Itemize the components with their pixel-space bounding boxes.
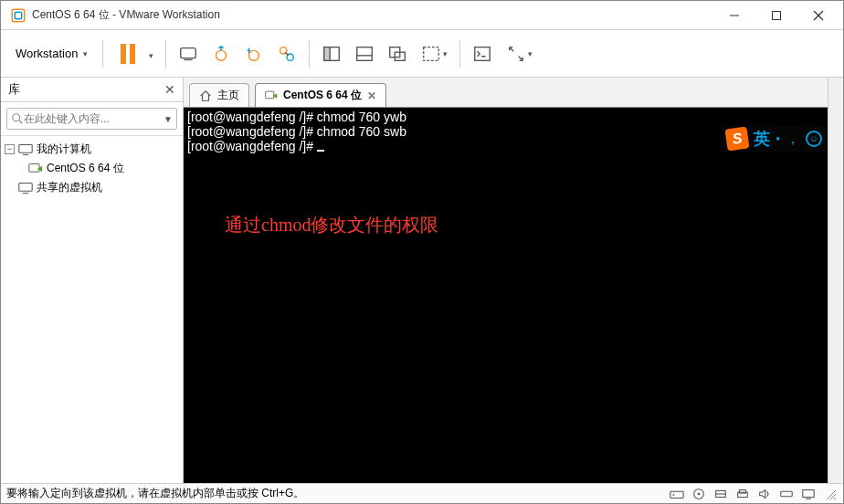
monitor-icon <box>18 143 33 156</box>
svg-line-22 <box>19 121 23 124</box>
toolbar-divider <box>165 40 166 68</box>
tab-home[interactable]: 主页 <box>189 83 249 107</box>
main-panel: 主页 CentOS 6 64 位 ✕ [root@wangdefeng /]# … <box>184 78 828 483</box>
svg-rect-6 <box>181 47 196 58</box>
content-area: 库 ✕ ▼ − 我的计算机 CentOS 6 64 位 共享的 <box>1 78 843 483</box>
device-tray <box>670 488 838 500</box>
terminal-line: [root@wangdefeng /]# chmod 760 ywb <box>187 110 824 124</box>
search-icon <box>11 112 24 125</box>
svg-point-34 <box>698 492 701 495</box>
svg-rect-14 <box>324 47 330 60</box>
tab-centos[interactable]: CentOS 6 64 位 ✕ <box>255 83 386 107</box>
sogou-icon[interactable]: S <box>725 126 750 151</box>
svg-point-32 <box>673 494 675 496</box>
sound-icon[interactable] <box>757 488 772 500</box>
cd-icon[interactable] <box>691 488 706 500</box>
library-header: 库 ✕ <box>1 78 183 102</box>
vm-running-icon <box>28 163 43 175</box>
terminal-view[interactable]: [root@wangdefeng /]# chmod 760 ywb [root… <box>184 107 828 483</box>
network-icon[interactable] <box>713 488 728 500</box>
svg-rect-1 <box>15 12 22 19</box>
view-single-button[interactable] <box>315 37 348 70</box>
library-tree: − 我的计算机 CentOS 6 64 位 共享的虚拟机 <box>1 136 183 201</box>
annotation-text: 通过chmod修改文件的权限 <box>225 217 438 232</box>
tree-label: 共享的虚拟机 <box>37 180 102 195</box>
terminal-cursor <box>317 150 324 152</box>
snapshot-take-button[interactable] <box>205 37 237 70</box>
toolbar: Workstation <box>1 30 843 78</box>
svg-marker-30 <box>272 93 277 99</box>
svg-line-12 <box>286 52 290 56</box>
vm-running-icon <box>265 89 278 102</box>
usb-icon[interactable] <box>779 488 794 500</box>
svg-rect-39 <box>781 491 792 496</box>
tab-label: 主页 <box>217 88 239 103</box>
toolbar-divider <box>102 40 103 68</box>
svg-rect-20 <box>475 47 491 60</box>
tab-bar: 主页 CentOS 6 64 位 ✕ <box>184 78 828 107</box>
minimize-button[interactable] <box>713 2 755 29</box>
ime-mode-dot[interactable]: ● <box>775 131 780 146</box>
svg-rect-19 <box>424 47 439 60</box>
workstation-menu[interactable]: Workstation <box>6 41 97 66</box>
shared-monitor-icon <box>18 182 33 194</box>
tab-close-button[interactable]: ✕ <box>367 89 376 102</box>
display-icon[interactable] <box>801 488 816 500</box>
printer-icon[interactable] <box>735 488 750 500</box>
view-split-button[interactable] <box>348 37 381 70</box>
home-icon <box>199 89 212 102</box>
library-search[interactable]: ▼ <box>6 108 177 130</box>
snapshot-revert-button[interactable] <box>237 37 270 70</box>
window-title: CentOS 6 64 位 - VMware Workstation <box>32 7 220 23</box>
status-bar: 要将输入定向到该虚拟机，请在虚拟机内部单击或按 Ctrl+G。 <box>1 483 843 503</box>
send-ctrl-alt-del-button[interactable] <box>172 37 205 70</box>
stretch-dropdown[interactable] <box>499 37 539 70</box>
toolbar-divider <box>459 40 460 68</box>
svg-rect-0 <box>12 9 25 22</box>
vmware-logo-icon <box>10 7 26 24</box>
svg-point-21 <box>13 114 20 121</box>
maximize-button[interactable] <box>755 2 797 29</box>
svg-rect-40 <box>803 489 814 497</box>
fullscreen-dropdown[interactable] <box>414 37 454 70</box>
tree-my-computer[interactable]: − 我的计算机 <box>3 140 181 159</box>
svg-rect-31 <box>670 491 683 498</box>
ime-toolbar[interactable]: S 英 ● ， ☺ <box>721 126 828 152</box>
unity-mode-button[interactable] <box>381 37 414 70</box>
svg-line-44 <box>834 498 836 499</box>
tree-shared-vms[interactable]: 共享的虚拟机 <box>3 178 181 197</box>
tree-label: CentOS 6 64 位 <box>47 161 124 176</box>
svg-rect-25 <box>29 163 39 172</box>
svg-rect-15 <box>357 47 373 60</box>
svg-rect-29 <box>266 91 274 99</box>
tree-centos-vm[interactable]: CentOS 6 64 位 <box>3 159 181 178</box>
ime-lang[interactable]: 英 <box>754 131 770 146</box>
library-title: 库 <box>8 81 20 98</box>
tab-label: CentOS 6 64 位 <box>283 88 362 103</box>
pause-vm-button[interactable] <box>109 37 147 70</box>
vertical-scrollbar[interactable] <box>828 78 843 483</box>
search-dropdown[interactable]: ▼ <box>164 114 173 124</box>
hdd-icon[interactable] <box>670 488 684 500</box>
ime-emoji-button[interactable]: ☺ <box>806 131 822 147</box>
console-button[interactable] <box>466 37 499 70</box>
tree-label: 我的计算机 <box>37 142 91 157</box>
toolbar-divider <box>309 40 310 68</box>
titlebar: CentOS 6 64 位 - VMware Workstation <box>1 1 843 30</box>
status-hint: 要将输入定向到该虚拟机，请在虚拟机内部单击或按 Ctrl+G。 <box>6 486 304 501</box>
power-dropdown[interactable] <box>147 46 160 62</box>
expander-icon[interactable]: − <box>5 144 15 154</box>
svg-rect-27 <box>19 183 32 191</box>
svg-point-8 <box>216 50 227 60</box>
close-button[interactable] <box>797 2 839 29</box>
search-input[interactable] <box>24 112 164 125</box>
snapshot-manager-button[interactable] <box>270 37 303 70</box>
svg-rect-3 <box>773 11 781 19</box>
resize-grip[interactable] <box>823 488 838 500</box>
svg-rect-23 <box>19 144 32 152</box>
library-close-button[interactable]: ✕ <box>164 82 175 97</box>
library-sidebar: 库 ✕ ▼ − 我的计算机 CentOS 6 64 位 共享的 <box>1 78 184 483</box>
svg-point-9 <box>249 50 259 60</box>
ime-punct[interactable]: ， <box>786 131 800 146</box>
